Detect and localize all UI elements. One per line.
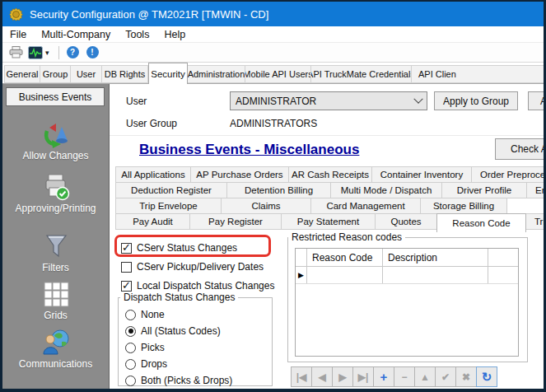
user-combobox[interactable]: ADMINISTRATOR: [230, 91, 427, 110]
radio-label: None: [141, 309, 165, 320]
tab-group[interactable]: Group: [40, 65, 71, 83]
screenshot-frame: Security Configuration @ TM2021R [TMWIN …: [0, 0, 546, 392]
nav-delete-button[interactable]: −: [394, 366, 415, 387]
subtab-order-preprocessing[interactable]: Order Preproce: [471, 166, 544, 183]
checkbox-box[interactable]: [121, 243, 132, 254]
dispatch-status-changes-group: Dispatch Status Changes None All (Status…: [118, 297, 273, 386]
sub-tab-bar: All Applications AP Purchase Orders AR C…: [116, 167, 544, 232]
radio-none[interactable]: None: [125, 306, 165, 323]
subtab-storage-billing[interactable]: Storage Billing: [420, 198, 507, 214]
allow-changes-icon: [42, 120, 70, 148]
tab-api-truckmate-credentials[interactable]: API TruckMate Credentials: [311, 65, 412, 83]
tab-administration[interactable]: Administration: [188, 65, 245, 83]
sidebar-header-business-events[interactable]: Business Events: [6, 87, 105, 106]
about-icon[interactable]: !: [82, 44, 102, 61]
nav-post-button[interactable]: ✔: [435, 366, 456, 387]
nav-prior-button[interactable]: ◀: [311, 366, 333, 387]
subtab-deduction-register[interactable]: Deduction Register: [115, 182, 227, 198]
tab-user[interactable]: User: [71, 65, 102, 83]
user-label: User: [126, 96, 147, 107]
grid-data-row[interactable]: ▶: [296, 267, 518, 284]
nav-next-button[interactable]: ▶: [332, 366, 353, 387]
title-bar[interactable]: Security Configuration @ TM2021R [TMWIN …: [2, 2, 544, 26]
column-header-description[interactable]: Description: [383, 249, 488, 266]
subtab-trip-trace[interactable]: Trip Tra: [525, 213, 544, 230]
menu-file[interactable]: File: [2, 26, 34, 42]
radio-button[interactable]: [125, 343, 136, 353]
nav-last-button[interactable]: ▶|: [352, 366, 374, 387]
grid-indicator-header: [296, 249, 307, 266]
print-icon[interactable]: [6, 44, 26, 61]
subtab-multi-mode-dispatch[interactable]: Multi Mode / Dispatch: [330, 182, 442, 198]
sub-tab-row-4: Pay Audit Pay Register Pay Statement Quo…: [116, 214, 544, 232]
sidebar-item-allow-changes[interactable]: Allow Changes: [2, 120, 109, 161]
toolbar-dropdown-arrow-icon[interactable]: ▾: [45, 49, 55, 57]
subtab-claims[interactable]: Claims: [221, 198, 311, 214]
checkbox-cserv-pickup-delivery-dates[interactable]: CServ Pickup/Delivery Dates: [121, 259, 264, 275]
radio-both-picks-drops[interactable]: Both (Picks & Drops): [125, 372, 232, 389]
nav-cancel-button[interactable]: ✖: [455, 366, 477, 387]
menu-help[interactable]: Help: [156, 26, 193, 42]
subtab-ar-cash-receipts[interactable]: AR Cash Receipts: [288, 166, 372, 183]
column-header-reason-code[interactable]: Reason Code: [307, 249, 383, 266]
sidebar-item-filters[interactable]: Filters: [2, 232, 109, 273]
menu-multi-company[interactable]: Multi-Company: [34, 26, 118, 42]
radio-button[interactable]: [125, 310, 136, 320]
subtab-pay-audit[interactable]: Pay Audit: [115, 213, 190, 230]
subtab-ap-purchase-orders[interactable]: AP Purchase Orders: [190, 166, 289, 183]
radio-picks[interactable]: Picks: [125, 339, 165, 356]
grid-row-filler: [488, 267, 518, 283]
menu-bar: File Multi-Company Tools Help: [2, 26, 544, 43]
subtab-quotes[interactable]: Quotes: [375, 213, 437, 230]
filters-icon: [42, 232, 70, 260]
subtab-card-management[interactable]: Card Management: [310, 198, 421, 214]
nav-refresh-button[interactable]: ↻: [476, 366, 497, 387]
subtab-detention-billing[interactable]: Detention Billing: [226, 182, 331, 198]
sidebar-item-grids[interactable]: Grids: [2, 280, 109, 321]
cell-reason-code[interactable]: [307, 267, 383, 283]
radio-drops[interactable]: Drops: [125, 356, 167, 372]
nav-first-button[interactable]: |◀: [291, 366, 312, 387]
subtab-container-inventory[interactable]: Container Inventory: [371, 166, 472, 183]
main-tab-bar: General Group User DB Rights Security Ad…: [2, 63, 544, 84]
subtab-pay-register[interactable]: Pay Register: [189, 213, 282, 230]
apply-button-cutoff[interactable]: A: [528, 91, 544, 110]
nav-edit-button[interactable]: ▲: [414, 366, 436, 387]
subtab-pay-statement[interactable]: Pay Statement: [281, 213, 376, 230]
tab-general[interactable]: General: [4, 65, 40, 83]
sidebar-item-approving-printing[interactable]: Approving/Printing: [2, 173, 109, 214]
checkbox-box[interactable]: [121, 262, 132, 273]
tab-api-client[interactable]: API Clien: [412, 65, 544, 83]
sidebar-item-communications[interactable]: Communications: [2, 329, 109, 370]
radio-label: Both (Picks & Drops): [141, 375, 232, 386]
subtab-all-applications[interactable]: All Applications: [115, 166, 191, 183]
radio-all-status-codes[interactable]: All (Status Codes): [125, 323, 221, 339]
subtab-driver-profile[interactable]: Driver Profile: [441, 182, 527, 198]
user-combobox-value: ADMINISTRATOR: [236, 96, 316, 107]
subtab-employee[interactable]: Emplo: [526, 182, 544, 198]
restricted-reason-codes-group: Restricted Reason codes Reason Code Desc…: [287, 237, 528, 362]
user-group-label: User Group: [126, 118, 177, 129]
nav-insert-button[interactable]: +: [373, 366, 394, 387]
session-monitor-icon[interactable]: [26, 44, 45, 61]
tab-db-rights[interactable]: DB Rights: [102, 65, 148, 83]
radio-button[interactable]: [125, 376, 136, 386]
radio-button[interactable]: [125, 326, 136, 337]
help-icon[interactable]: ?: [63, 44, 82, 61]
tab-security[interactable]: Security: [148, 63, 188, 84]
cell-description[interactable]: [383, 267, 488, 283]
tab-mobile-api-users[interactable]: Mobile API Users: [245, 65, 311, 83]
checkbox-cserv-status-changes[interactable]: CServ Status Changes: [121, 240, 237, 256]
check-all-button-cutoff[interactable]: Check A: [495, 138, 544, 160]
sub-tab-row-3: Trip Envelope Claims Card Management Sto…: [116, 198, 544, 214]
group-title: Restricted Reason codes: [288, 231, 405, 243]
apply-to-group-button[interactable]: Apply to Group: [434, 91, 518, 110]
subtab-trip-envelope[interactable]: Trip Envelope: [115, 198, 222, 214]
subtab-reason-code[interactable]: Reason Code: [436, 213, 526, 232]
checkbox-box[interactable]: [121, 281, 132, 292]
reason-codes-grid[interactable]: Reason Code Description ▶: [295, 248, 519, 357]
sidebar-item-label: Approving/Printing: [15, 203, 96, 214]
radio-button[interactable]: [125, 359, 136, 370]
grid-header-filler: [488, 249, 518, 266]
menu-tools[interactable]: Tools: [118, 26, 156, 42]
